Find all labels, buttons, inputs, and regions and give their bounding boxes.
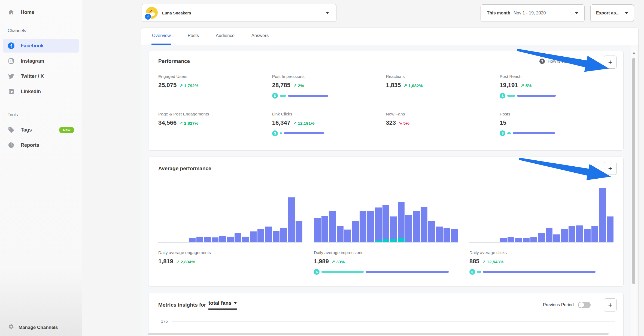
bar <box>280 228 287 242</box>
metric-label: Page & Post Engagements <box>158 112 272 117</box>
metric-label: Engaged Users <box>158 74 272 79</box>
tab-audience[interactable]: Audience <box>215 28 235 45</box>
new-badge: New <box>59 127 74 133</box>
average-performance-add-button[interactable]: + <box>604 162 617 175</box>
tab-answers[interactable]: Answers <box>251 28 269 45</box>
bar <box>413 211 420 242</box>
previous-period-toggle[interactable] <box>578 302 591 308</box>
paid-dollar-icon: $ <box>272 93 278 99</box>
bar <box>538 233 545 242</box>
sidebar-item-twitter[interactable]: Twitter / X <box>3 69 79 83</box>
bar <box>344 230 351 242</box>
bar <box>599 188 606 242</box>
sidebar-item-facebook[interactable]: Facebook <box>3 39 79 53</box>
bar <box>382 205 389 242</box>
metric-label: New Fans <box>386 112 500 117</box>
bar <box>436 227 443 242</box>
organic-segment <box>284 132 324 134</box>
date-range-value: Nov 1 - 19, 2020 <box>514 11 546 16</box>
manage-channels-button[interactable]: Manage Channels <box>8 324 58 331</box>
vertical-scrollbar[interactable] <box>631 45 637 336</box>
paid-organic-bar: $ <box>314 269 458 275</box>
metric-value: 15 <box>500 119 506 126</box>
bar <box>515 238 522 242</box>
gear-icon <box>8 324 14 331</box>
sidebar-item-linkedin[interactable]: LinkedIn <box>3 85 79 98</box>
metric-page-post-engagements: Page & Post Engagements34,566↗ 2,827% <box>158 112 272 136</box>
facebook-badge-icon: f <box>144 13 151 20</box>
bar <box>352 221 359 242</box>
bar <box>337 226 344 242</box>
metric-value: 19,191 <box>500 82 518 89</box>
instagram-icon <box>8 57 15 65</box>
bar <box>451 229 458 242</box>
tab-overview[interactable]: Overview <box>151 28 171 45</box>
chart-daily-average-impressions: Daily average impressions1,989↗ 33%$ <box>314 187 458 275</box>
sidebar-item-home[interactable]: Home <box>3 5 79 19</box>
sidebar-item-label: Home <box>21 10 34 15</box>
paid-segment <box>321 271 364 273</box>
date-range-selector[interactable]: This month Nov 1 - 19, 2020 <box>481 4 585 22</box>
account-selector[interactable]: f Luna Sneakers <box>142 4 336 22</box>
previous-period-label: Previous Period <box>543 303 574 307</box>
bar <box>375 207 382 242</box>
sidebar-divider <box>5 120 77 120</box>
bar <box>561 229 568 242</box>
bar <box>257 229 264 242</box>
y-axis-tick: 175 <box>161 319 168 323</box>
metric-value: 323 <box>386 119 396 126</box>
sidebar-item-tags[interactable]: Tags New <box>3 123 79 137</box>
chart-label: Daily average clicks <box>469 250 613 255</box>
how-calculated-link[interactable]: ? How is this calculated? <box>539 59 591 64</box>
sidebar-item-instagram[interactable]: Instagram <box>3 54 79 68</box>
paid-organic-bar: $ <box>469 269 613 275</box>
metric-value: 1,989 <box>314 258 329 265</box>
paid-segment <box>507 95 515 97</box>
chevron-down-icon <box>234 302 237 304</box>
performance-add-button[interactable]: + <box>604 56 617 69</box>
tag-icon <box>8 126 15 133</box>
paid-segment <box>280 95 286 97</box>
performance-title: Performance <box>158 58 190 64</box>
metric-change: ↘ 5% <box>399 121 409 126</box>
chart-label: Daily average impressions <box>314 250 458 255</box>
twitter-icon <box>8 73 15 80</box>
bar <box>227 237 234 242</box>
organic-segment <box>517 95 556 97</box>
scroll-up-arrow-icon[interactable] <box>632 52 636 54</box>
bar <box>196 237 203 242</box>
metrics-insights-card: Metrics insights for total fans Previous… <box>148 293 624 336</box>
metric-link-clicks: Link Clicks16,347↗ 12,191%$ <box>272 112 386 136</box>
metrics-insights-add-button[interactable]: + <box>604 298 617 311</box>
metric-value: 16,347 <box>272 119 290 126</box>
vertical-scrollbar-thumb[interactable] <box>632 58 635 284</box>
metric-change: ↗ 12,543% <box>482 259 503 264</box>
chevron-down-icon <box>625 12 628 14</box>
bar <box>428 221 435 242</box>
chevron-down-icon <box>326 12 329 14</box>
bar <box>553 234 560 242</box>
sidebar-section-channels: Channels <box>8 28 74 33</box>
bar-chart <box>469 187 613 243</box>
bar <box>288 197 295 242</box>
sidebar-item-label: Facebook <box>21 43 44 49</box>
metric-value: 28,785 <box>272 82 290 89</box>
paid-segment <box>477 271 481 273</box>
performance-card: Performance ? How is this calculated? + … <box>148 51 624 151</box>
export-button[interactable]: Export as... <box>590 4 634 22</box>
paid-dollar-icon: $ <box>314 269 320 275</box>
paid-organic-bar: $ <box>500 130 613 136</box>
chart-daily-average-engagements: Daily average engagements1,819↗ 2,834% <box>158 187 302 275</box>
account-avatar: f <box>146 7 158 19</box>
metric-change: ↗ 1,682% <box>404 83 423 88</box>
bar <box>250 231 257 242</box>
horizontal-scrollbar-thumb[interactable] <box>148 333 609 335</box>
metric-reactions: Reactions1,835↗ 1,682% <box>386 74 500 99</box>
metric-selector[interactable]: total fans <box>208 300 236 310</box>
account-name: Luna Sneakers <box>162 11 191 15</box>
tab-posts[interactable]: Posts <box>187 28 199 45</box>
help-icon: ? <box>539 59 545 64</box>
organic-segment <box>483 271 596 273</box>
bar-chart <box>314 187 458 243</box>
sidebar-item-reports[interactable]: Reports <box>3 138 79 152</box>
